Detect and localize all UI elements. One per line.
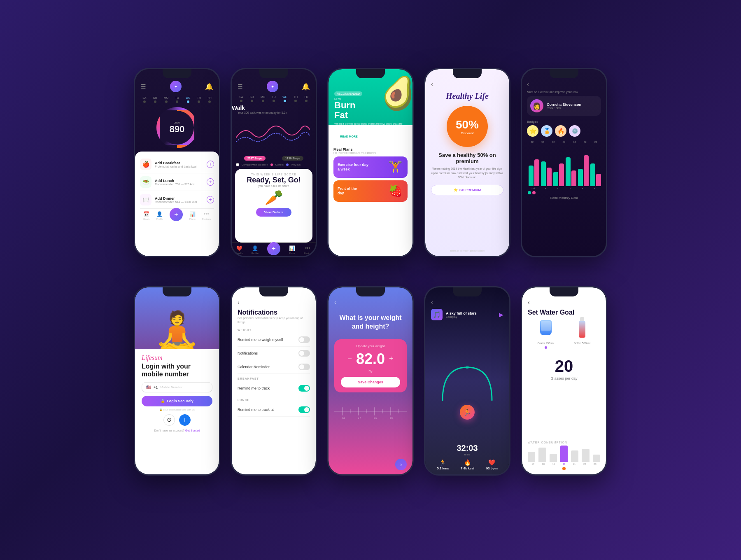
back-btn[interactable]: ‹ [334,299,336,306]
increase-weight-btn[interactable]: + [389,355,394,363]
phone-login: 🧘 Lifesum Login with your mobile number … [134,286,220,476]
get-started-link[interactable]: Get Started [185,429,200,432]
bar-21 [571,450,578,462]
breakfast-toggle[interactable] [298,385,310,392]
lunch-item[interactable]: 🥗 Add Lunch Recommended 760 — 920 kcal + [140,173,214,191]
water-chart: WATER CONSUMPTION 17 18 19 2 [528,438,600,470]
glass-250-option[interactable]: Glass 250 ml [538,320,555,349]
app-logo: ✦ [170,81,182,92]
breakfast-toggle-row: Remind me to track [238,382,310,395]
activity-stats: 🏃 5.2 kms 🔥 7.6k kcal ❤️ 93 bpm [431,459,503,470]
notifications-toggle[interactable] [298,350,310,357]
notification-icon[interactable]: 🔔 [205,83,213,91]
add-dinner-btn[interactable]: + [207,196,214,203]
lunch-toggle[interactable] [298,406,310,413]
back-btn[interactable]: ‹ [528,299,600,306]
nav-plans[interactable]: 📊 Plans [289,245,295,255]
active-indicator [545,346,547,349]
back-btn[interactable]: ‹ [431,299,503,306]
facebook-btn[interactable]: f [179,414,191,426]
bars-container [527,145,601,186]
weigh-toggle-row: Remind me to weigh myself [238,333,310,347]
heart-stat-icon: ❤️ [488,459,495,466]
nav-add-center[interactable]: + [170,208,183,221]
active-day-dot [562,467,566,470]
fire-stat-icon: 🔥 [464,459,471,466]
glass-icon [538,320,553,340]
nav-profile[interactable]: 👤 Profile [252,245,259,255]
add-lunch-btn[interactable]: + [207,178,214,186]
chart-bars [528,446,600,462]
read-more-btn[interactable]: READ MORE [334,133,364,140]
bottle-500-option[interactable]: Bottle 500 ml [574,320,591,349]
notification-icon[interactable]: 🔔 [302,83,310,91]
days-row: SA SU MO TU WE TH FR [232,95,316,103]
menu-icon[interactable]: ☰ [238,83,243,90]
nav-recipes[interactable]: ••• Recipes [202,211,211,221]
steps-badges: 2387 Steps 1130 Steps [232,156,316,162]
runner-stat-icon: 🏃 [439,459,446,466]
back-btn[interactable]: ‹ [527,81,601,88]
phone-weight: ‹ What is your weight and height? Update… [327,286,414,476]
discount-circle: 50% Discount [447,106,488,147]
bottom-nav: 📅 Goals 👤 Profile + 📊 Plans [140,208,214,222]
bar-20 [560,446,568,462]
phones-grid: ☰ ✦ 🔔 SA SU MO TU WE TH FR Level [134,68,607,492]
rank-chart: 42 50 32 29 64 82 22 [527,141,601,253]
music-thumbnail: 🎵 [431,309,443,320]
decrease-weight-btn[interactable]: − [347,355,352,363]
nav-recipes[interactable]: ••• Recipc [304,245,311,255]
bar-19 [550,454,557,462]
medal-badge: 🏅 [543,128,550,134]
calendar-toggle[interactable] [298,364,310,370]
carrot-icon: 🥕 [265,189,283,206]
save-changes-btn[interactable]: Save Changes [341,377,400,387]
phone-healthy-life: ‹ Healthy Life 50% Discount Save a healt… [424,68,510,257]
exercise-card[interactable]: Exercise four daya week 🏋️ [333,156,408,178]
svg-text:77: 77 [358,415,361,419]
bar-17 [528,452,535,462]
phone-rank: ‹ Must be exercise and improve your rank… [521,68,607,257]
play-btn[interactable]: ▶ [499,311,503,318]
nav-profile[interactable]: 👤 Profile [156,211,163,221]
runner-icon: 🏃 [460,405,475,420]
scale-ruler: 72 77 82 87 [334,403,407,436]
bottom-nav: ❤️ health 👤 Profile + 📊 Plans ••• Reci [232,243,316,256]
menu-icon[interactable]: ☰ [141,83,146,90]
dinner-item[interactable]: 🍽️ Add Dinner Recommended 544 — 1390 kca… [140,191,214,208]
calories-stat: 🔥 7.6k kcal [461,459,474,470]
breakfast-item[interactable]: 🍎 Add Breakfast Protein, fat, carbs and … [140,156,214,173]
login-btn[interactable]: 🔒 Login Securely [142,396,212,406]
flag-icon: 🇺🇸 [146,385,151,390]
back-btn[interactable]: ‹ [238,299,310,306]
floating-action-btn[interactable]: › [395,459,407,470]
nav-plans[interactable]: 📊 Plans [189,211,196,221]
star-icon: ⭐ [454,188,458,192]
view-details-btn[interactable]: View Details [256,208,292,217]
svg-text:72: 72 [342,415,345,419]
bottle-icon [575,320,590,340]
nav-health[interactable]: ❤️ health [236,245,243,255]
app-logo: ✦ [267,81,278,92]
nav-goals[interactable]: 📅 Goals [143,211,150,221]
svg-point-13 [466,366,469,369]
add-breakfast-btn[interactable]: + [207,161,214,168]
weigh-toggle[interactable] [298,336,310,343]
go-premium-btn[interactable]: ⭐ GO PREMIUM [431,185,503,195]
walk-title: Walk [232,105,316,111]
social-login: G f [142,414,212,426]
safe-text: 🔒 Your information safe with us [142,408,212,411]
google-btn[interactable]: G [163,414,175,426]
back-btn[interactable]: ‹ [431,81,503,88]
arc-svg [434,355,500,408]
days-row: SA SU MO TU WE TH FR [135,96,219,104]
hero-image: 🧘 [135,287,219,349]
compare-row: Compare with last week Current Previous [232,162,316,167]
meal-plans-section: Meal Plans For Planned recipes and meal … [329,144,412,256]
phone-input[interactable]: 🇺🇸 +1 Mobile Number [142,382,212,392]
fruit-card[interactable]: Fruit of theday 🍓 [333,180,408,202]
compare-checkbox[interactable] [236,163,239,166]
svg-text:87: 87 [390,415,394,419]
nav-add-center[interactable]: + [267,242,280,255]
phone-dashboard: ☰ ✦ 🔔 SA SU MO TU WE TH FR Level [134,68,220,257]
